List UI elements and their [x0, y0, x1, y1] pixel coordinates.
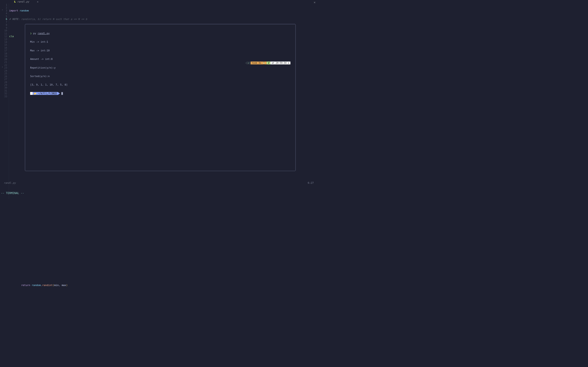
code-line: [9, 249, 319, 252]
code-line: [9, 181, 319, 184]
line-number: 4: [0, 12, 7, 15]
line-number: 30: [0, 86, 7, 89]
terminal-line: ❯ py randl.py: [30, 32, 290, 35]
code-line: [9, 189, 319, 192]
hourglass-icon: ⏳: [262, 61, 265, 64]
line-number: 28: [0, 81, 7, 83]
code-line: [9, 241, 319, 244]
line-number: 27: [0, 78, 7, 81]
line-number: 5: [0, 15, 7, 18]
close-tab-icon[interactable]: ×: [37, 0, 39, 3]
line-number: 32: [0, 92, 7, 95]
line-number: 7: [0, 21, 7, 23]
line-number: 11: [0, 32, 7, 35]
status-check-icon: ✓: [247, 61, 251, 64]
status-cursor-position: 6:27: [308, 181, 314, 184]
line-number: 10: [0, 29, 7, 32]
terminal-line: Amount -> int:8: [30, 58, 290, 60]
terminal-line: Repetition(y/n):y: [30, 66, 290, 69]
line-number: 29: [0, 83, 7, 86]
line-number: 12: [0, 35, 7, 38]
line-number: 22: [0, 64, 7, 66]
code-line: [9, 215, 319, 218]
code-line: import random: [9, 9, 319, 12]
status-filename: randl.py: [4, 181, 16, 184]
line-number: 26: [0, 75, 7, 78]
line-number: 17: [0, 49, 7, 52]
status-time: at 20:59:34 ⊙: [270, 61, 290, 64]
apple-icon: [30, 92, 33, 95]
terminal-line: Sorted(y/n):n: [30, 75, 290, 77]
line-number: 8: [0, 23, 7, 26]
terminal-line: [3, 9, 1, 1, 10, 7, 5, 8]: [30, 83, 290, 86]
line-number: 21: [0, 60, 7, 63]
line-number: 2: [0, 6, 7, 9]
status-arrow-icon: [245, 62, 247, 65]
line-gutter: 1 2 3 4 5 6 7 8 9 10 11 12 13 14 15 16 1…: [0, 3, 9, 199]
tab-bar: 🐍 randl.py × ✕: [0, 0, 319, 3]
status-venv: V: [267, 61, 271, 64]
code-line: [9, 198, 319, 201]
terminal-cursor: [61, 92, 63, 95]
line-number: 16: [0, 46, 7, 49]
line-number: 23: [0, 66, 7, 69]
line-number: 25: [0, 72, 7, 75]
code-line: [9, 206, 319, 209]
terminal-popup[interactable]: ❯ py randl.py Min -> int:1 Max -> int:10…: [25, 24, 296, 171]
line-number: 14: [0, 41, 7, 43]
line-number: 13: [0, 38, 7, 41]
status-duration: took 3s ⏳: [251, 61, 267, 64]
tab-title: randl.py: [17, 0, 29, 3]
code-line: [9, 258, 319, 261]
python-icon: 🐍: [14, 1, 16, 3]
code-line: [9, 232, 319, 235]
terminal-line: Max -> int:10: [30, 49, 290, 52]
tab-randl[interactable]: 🐍 randl.py ×: [11, 0, 41, 3]
line-number: 31: [0, 89, 7, 92]
clock-icon: ⊙: [286, 61, 289, 64]
code-line: # NOTE: randint(a, b) return N such that…: [9, 18, 319, 21]
line-number: 24: [0, 69, 7, 72]
code-line: [9, 224, 319, 226]
cwd-segment: 📂 ~/W/P/L/P/2022: [33, 92, 58, 95]
line-marker: .: [2, 8, 3, 10]
line-marker: .: [2, 65, 3, 67]
line-number: 33: [0, 95, 7, 98]
code-line: return random.randint(min, max): [9, 284, 319, 286]
code-line: [9, 275, 319, 278]
code-line: [9, 267, 319, 269]
right-status-bar: ✓ took 3s ⏳ V at 20:59:34 ⊙: [245, 61, 290, 64]
prompt-arrow-icon: [58, 92, 60, 95]
line-number: 3: [0, 9, 7, 12]
line-number-current: 6: [0, 18, 7, 21]
shell-prompt[interactable]: 📂 ~/W/P/L/P/2022: [30, 92, 290, 95]
terminal-line: Min -> int:1: [30, 41, 290, 43]
line-number: 15: [0, 44, 7, 46]
line-number: 1: [0, 3, 7, 6]
line-number: 9: [0, 26, 7, 29]
line-number: 18: [0, 52, 7, 55]
line-number: 20: [0, 58, 7, 60]
line-number: 19: [0, 55, 7, 58]
code-line: [9, 172, 319, 175]
vim-mode-indicator: -- TERMINAL --: [1, 192, 24, 195]
